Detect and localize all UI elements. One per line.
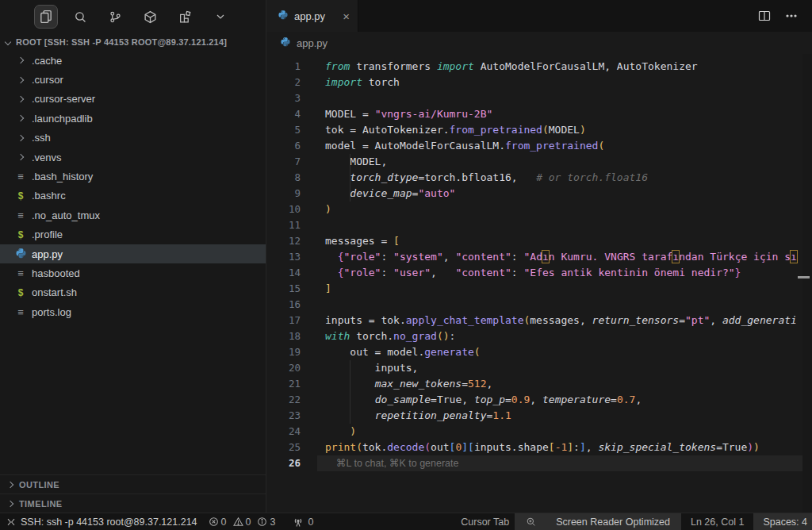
python-icon-cell xyxy=(14,248,27,260)
extensions-icon[interactable] xyxy=(174,5,197,29)
tree-item-.no-auto-tmux[interactable]: ≡.no_auto_tmux xyxy=(0,205,266,225)
remote-indicator[interactable]: SSH: ssh -p 44153 root@89.37.121.214 xyxy=(0,513,203,530)
code-line-8[interactable]: 8 torch_dtype=torch.bfloat16, # or torch… xyxy=(266,170,812,186)
tree-item-hasbooted[interactable]: ≡hasbooted xyxy=(0,263,266,282)
editor-scrollbar[interactable] xyxy=(802,54,812,513)
code-line-16[interactable]: 16 xyxy=(266,297,812,313)
code-line-24[interactable]: 24 ) xyxy=(266,424,812,440)
explorer-root-header[interactable]: ROOT [SSH: SSH -P 44153 ROOT@89.37.121.2… xyxy=(0,33,266,51)
code-line-3[interactable]: 3 xyxy=(266,90,812,106)
warning-count: 0 xyxy=(246,517,251,528)
code-line-14[interactable]: 14 {"role": "user", "content": "Efes ant… xyxy=(266,265,812,281)
zoom-icon xyxy=(526,517,537,528)
code-line-12[interactable]: 12messages = [ xyxy=(266,233,812,249)
cursor-ide-window: ROOT [SSH: SSH -P 44153 ROOT@89.37.121.2… xyxy=(0,0,812,530)
code-text: do_sample=True, top_p=0.9, temperature=0… xyxy=(317,392,642,408)
tree-item-.launchpadlib[interactable]: .launchpadlib xyxy=(0,109,266,128)
chevron-right-icon xyxy=(17,96,24,102)
chevron-right-icon xyxy=(17,76,24,83)
tree-item-app.py[interactable]: app.py xyxy=(0,244,266,263)
ports-count: 0 xyxy=(308,517,313,528)
tree-item-onstart.sh[interactable]: $onstart.sh xyxy=(0,283,266,302)
file-icon-cell: ≡ xyxy=(14,171,27,182)
line-number: 13 xyxy=(266,249,317,265)
screen-reader-mode[interactable]: Screen Reader Optimized xyxy=(515,513,681,530)
code-line-10[interactable]: 10) xyxy=(266,202,812,217)
line-number: 15 xyxy=(266,281,317,297)
tree-item-.bashrc[interactable]: $.bashrc xyxy=(0,186,266,205)
tree-item-.cursor[interactable]: .cursor xyxy=(0,70,266,89)
tree-item-ports.log[interactable]: ≡ports.log xyxy=(0,302,266,321)
cursor-tab-toggle[interactable]: Cursor Tab xyxy=(455,513,515,530)
outline-section[interactable]: OUTLINE xyxy=(0,474,266,494)
breadcrumb[interactable]: app.py xyxy=(266,32,812,54)
code-line-17[interactable]: 17inputs = tok.apply_chat_template(messa… xyxy=(266,313,812,328)
chevron-down-icon[interactable] xyxy=(209,5,232,29)
remote-ssh-icon xyxy=(6,517,17,528)
code-text xyxy=(317,297,325,313)
code-text: repetition_penalty=1.1 xyxy=(317,408,511,424)
tab-label: app.py xyxy=(294,10,337,22)
file-name: .ssh xyxy=(32,132,51,144)
code-line-6[interactable]: 6model = AutoModelForCausalLM.from_pretr… xyxy=(266,138,812,154)
code-line-26[interactable]: 26⌘L to chat, ⌘K to generate xyxy=(266,455,812,471)
line-number: 2 xyxy=(266,75,317,90)
ports-indicator[interactable]: 0 xyxy=(287,513,319,530)
timeline-section[interactable]: TIMELINE xyxy=(0,494,266,513)
code-line-4[interactable]: 4MODEL = "vngrs-ai/Kumru-2B" xyxy=(266,106,812,122)
tree-item-.venvs[interactable]: .venvs xyxy=(0,148,266,167)
code-text: out = model.generate( xyxy=(317,344,481,360)
code-line-19[interactable]: 19 out = model.generate( xyxy=(266,344,812,360)
code-line-20[interactable]: 20 inputs, xyxy=(266,360,812,376)
activity-bar xyxy=(0,0,266,33)
file-icon: ≡ xyxy=(17,171,24,182)
file-name: .venvs xyxy=(32,152,62,163)
tree-item-.ssh[interactable]: .ssh xyxy=(0,129,266,148)
code-line-18[interactable]: 18with torch.no_grad(): xyxy=(266,328,812,344)
search-icon[interactable] xyxy=(69,5,93,29)
code-line-11[interactable]: 11 xyxy=(266,217,812,233)
code-line-13[interactable]: 13 {"role": "system", "content": "Adın K… xyxy=(266,249,812,265)
code-text: model = AutoModelForCausalLM.from_pretra… xyxy=(317,138,604,154)
more-actions-icon[interactable] xyxy=(785,10,798,22)
source-control-icon[interactable] xyxy=(104,5,128,29)
code-line-22[interactable]: 22 do_sample=True, top_p=0.9, temperatur… xyxy=(266,392,812,408)
file-name: onstart.sh xyxy=(32,286,77,298)
packages-cube-icon[interactable] xyxy=(139,5,163,29)
chevron-down-icon xyxy=(5,39,11,45)
code-line-9[interactable]: 9 device_map="auto" xyxy=(266,186,812,202)
explorer-icon[interactable] xyxy=(34,5,58,29)
spaces-label: Spaces: 4 xyxy=(763,517,807,528)
tab-app-py[interactable]: app.py × xyxy=(266,0,358,32)
tree-item-.bash-history[interactable]: ≡.bash_history xyxy=(0,167,266,186)
code-line-23[interactable]: 23 repetition_penalty=1.1 xyxy=(266,408,812,424)
cursor-position[interactable]: Ln 26, Col 1 xyxy=(681,513,753,530)
folder-icon-cell xyxy=(14,136,27,140)
code-line-1[interactable]: 1from transformers import AutoModelForCa… xyxy=(266,59,812,75)
indent-guide xyxy=(350,186,350,202)
tab-close-icon[interactable]: × xyxy=(343,10,350,22)
code-line-21[interactable]: 21 max_new_tokens=512, xyxy=(266,376,812,392)
file-name: .launchpadlib xyxy=(32,113,93,125)
problems-indicator[interactable]: 0 0 3 xyxy=(203,513,282,530)
code-line-5[interactable]: 5tok = AutoTokenizer.from_pretrained(MOD… xyxy=(266,122,812,138)
code-line-15[interactable]: 15] xyxy=(266,281,812,297)
code-text: from transformers import AutoModelForCau… xyxy=(317,59,698,75)
indentation-setting[interactable]: Spaces: 4 xyxy=(753,513,812,530)
code-line-25[interactable]: 25print(tok.decode(out[0][inputs.shape[-… xyxy=(266,440,812,455)
line-number: 8 xyxy=(266,170,317,186)
file-name: .cache xyxy=(32,55,62,67)
info-icon xyxy=(257,517,267,527)
code-line-7[interactable]: 7 MODEL, xyxy=(266,154,812,170)
code-editor[interactable]: 1from transformers import AutoModelForCa… xyxy=(266,54,812,513)
inline-chat-hint: ⌘L to chat, ⌘K to generate xyxy=(317,455,802,471)
code-line-2[interactable]: 2import torch xyxy=(266,75,812,90)
tree-item-.profile[interactable]: $.profile xyxy=(0,225,266,244)
shell-icon-cell: $ xyxy=(14,191,27,201)
status-bar: SSH: ssh -p 44153 root@89.37.121.214 0 0… xyxy=(0,513,812,530)
split-editor-icon[interactable] xyxy=(758,10,771,22)
tree-item-.cursor-server[interactable]: .cursor-server xyxy=(0,90,266,109)
file-name: .bash_history xyxy=(32,171,93,182)
tree-item-.cache[interactable]: .cache xyxy=(0,51,266,70)
error-count: 0 xyxy=(221,517,227,528)
